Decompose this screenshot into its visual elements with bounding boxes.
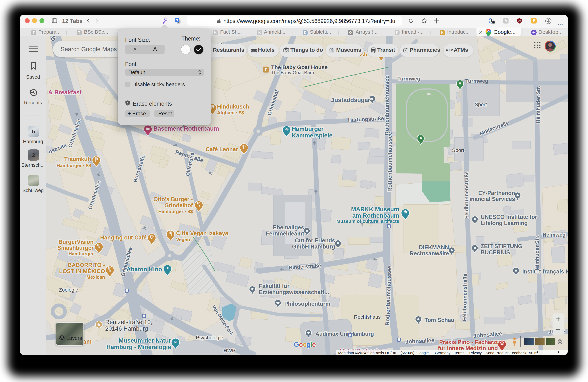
svg-text:Feldbrunnenstraße: Feldbrunnenstraße — [464, 171, 469, 219]
svg-text:M: M — [331, 48, 333, 50]
svg-text:Erziehungswissenschaft...: Erziehungswissenschaft... — [259, 289, 329, 295]
svg-text:Fakultät für: Fakultät für — [259, 283, 290, 289]
svg-text:BUCERIUS: BUCERIUS — [481, 249, 510, 256]
svg-text:Lifelong Learning: Lifelong Learning — [481, 220, 528, 226]
svg-text:DIEKMANN: DIEKMANN — [419, 244, 449, 250]
svg-text:Hanging out Café: Hanging out Café — [100, 234, 147, 241]
svg-text:Basement-Rotherbaum: Basement-Rotherbaum — [153, 125, 219, 132]
svg-text:Rothenbaumchaussee: Rothenbaumchaussee — [387, 132, 393, 192]
svg-text:am Rothenbaum: am Rothenbaum — [352, 212, 399, 219]
svg-text:Smashburger: Smashburger — [57, 245, 94, 251]
svg-text:Hamburg - Mineralogie: Hamburg - Mineralogie — [106, 344, 171, 350]
svg-text:Fernmeldeamt: Fernmeldeamt — [266, 230, 304, 237]
svg-text:Rentzelstraße 10,: Rentzelstraße 10, — [105, 319, 152, 325]
svg-text:Traumkuh: Traumkuh — [64, 156, 91, 162]
svg-text:G: G — [176, 19, 178, 22]
svg-text:20146 Hamburg: 20146 Hamburg — [105, 325, 148, 332]
svg-text:Cut for Friends: Cut for Friends — [295, 237, 335, 244]
svg-text:Heimhuder Str.: Heimhuder Str. — [534, 235, 540, 273]
svg-text:G: G — [294, 341, 299, 348]
svg-text:MARKK Museum: MARKK Museum — [351, 206, 399, 212]
svg-text:Justaddsugar: Justaddsugar — [331, 96, 370, 103]
svg-text:Museum of cultural artifacts: Museum of cultural artifacts — [336, 218, 399, 224]
svg-text:Otto's Burger -: Otto's Burger - — [153, 196, 193, 202]
svg-text:LOST IN MÉXICO: LOST IN MÉXICO — [59, 268, 105, 274]
svg-text:Zoologie: Zoologie — [59, 287, 78, 293]
svg-text:Rechtsanwälte: Rechtsanwälte — [410, 250, 449, 257]
svg-text:e: e — [312, 341, 316, 348]
svg-text:Institut français Ham: Institut français Ham — [522, 268, 568, 275]
svg-text:Tom Schau: Tom Schau — [424, 317, 454, 323]
svg-text:BurgerVision: BurgerVision — [59, 239, 94, 245]
svg-text:Mexican: Mexican — [86, 274, 105, 280]
svg-text:Philosophenturm: Philosophenturm — [284, 301, 330, 307]
svg-text:Rechtshaus: Rechtshaus — [354, 314, 381, 320]
svg-text:Afghani · $$: Afghani · $$ — [217, 110, 244, 115]
svg-text:ZEIT STIFTUNG: ZEIT STIFTUNG — [481, 243, 523, 249]
svg-text:Citta Vegan Izakaya: Citta Vegan Izakaya — [176, 230, 229, 236]
svg-text:Heimweg: Heimweg — [543, 232, 566, 238]
svg-text:Café Leonar: Café Leonar — [206, 146, 238, 153]
svg-text:UO: UO — [518, 20, 521, 22]
svg-text:Financial Services: Financial Services — [466, 196, 515, 202]
svg-text:Museum der Natur: Museum der Natur — [119, 337, 171, 344]
svg-text:Abaton Kino: Abaton Kino — [126, 266, 162, 273]
svg-text:& Breakfast: & Breakfast — [48, 89, 82, 96]
svg-text:Hamburger · $$: Hamburger · $$ — [158, 209, 193, 214]
svg-text:Turmweg: Turmweg — [465, 78, 488, 84]
svg-text:o: o — [303, 341, 307, 348]
svg-text:Sport: Sport — [475, 102, 487, 107]
svg-text:Turmweg: Turmweg — [397, 76, 420, 82]
svg-text:Sport: Sport — [452, 147, 464, 153]
svg-text:Vegan: Vegan — [176, 237, 190, 242]
svg-text:The Baby Goat Barn: The Baby Goat Barn — [271, 70, 314, 75]
svg-text:Feldbrunnenstraße: Feldbrunnenstraße — [462, 273, 468, 321]
svg-text:Rothenbaumchaussee: Rothenbaumchaussee — [384, 76, 390, 135]
svg-text:Audimax Uni Hamburg: Audimax Uni Hamburg — [315, 331, 374, 337]
svg-text:Hamburger: Hamburger — [68, 251, 94, 256]
svg-text:g: g — [307, 341, 311, 348]
svg-text:o: o — [299, 341, 303, 348]
svg-text:Ehemaliges: Ehemaliges — [273, 224, 304, 231]
svg-text:Grindelhof: Grindelhof — [164, 202, 193, 209]
svg-text:BABORRITO -: BABORRITO - — [68, 262, 105, 268]
svg-text:Psychologie: Psychologie — [196, 335, 223, 340]
svg-text:Hamburger · $$: Hamburger · $$ — [57, 163, 91, 168]
svg-text:Kammerspiele: Kammerspiele — [292, 132, 333, 139]
svg-text:UNESCO Institute for: UNESCO Institute for — [481, 214, 537, 220]
svg-text:Heimhuder Str.: Heimhuder Str. — [535, 86, 541, 123]
svg-text:HWP: HWP — [224, 348, 235, 353]
svg-text:GmbH Hamburg: GmbH Hamburg — [292, 244, 335, 250]
svg-text:Praxis Pino - Facharzt: Praxis Pino - Facharzt — [439, 339, 498, 345]
svg-text:Hamburger: Hamburger — [292, 126, 323, 132]
svg-text:l: l — [310, 341, 312, 348]
svg-text:EY-Parthenon: EY-Parthenon — [478, 190, 515, 196]
svg-text:Hindukusch: Hindukusch — [217, 103, 249, 110]
svg-text:The Baby Goat House: The Baby Goat House — [271, 64, 328, 70]
